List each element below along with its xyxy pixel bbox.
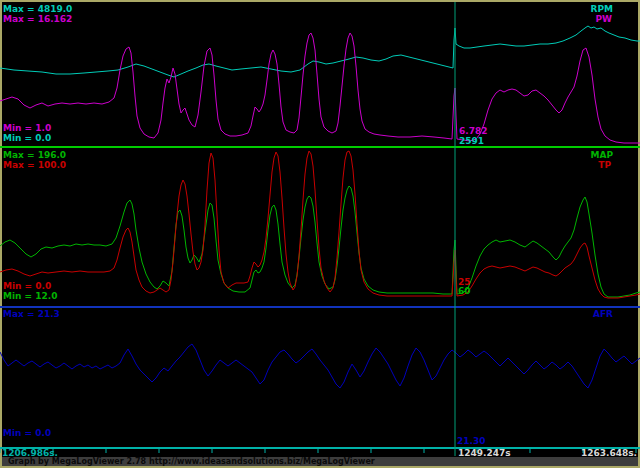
map-max-label: Max = 196.0 bbox=[3, 150, 66, 160]
afr-min-label: Min = 0.0 bbox=[3, 428, 51, 438]
map-cursor-value: 60 bbox=[458, 286, 471, 296]
pw-cursor-value: 6.782 bbox=[459, 126, 487, 136]
afr-cursor-value: 21.30 bbox=[457, 436, 485, 446]
rpm-max-label: Max = 4819.0 bbox=[3, 4, 72, 14]
pw-min-label: Min = 1.0 bbox=[3, 123, 51, 133]
plot-area[interactable] bbox=[0, 0, 640, 468]
rpm-min-label: Min = 0.0 bbox=[3, 133, 51, 143]
trace-afr bbox=[0, 344, 640, 388]
rpm-cursor-value: 2591 bbox=[459, 136, 484, 146]
pw-max-label: Max = 16.162 bbox=[3, 14, 72, 24]
tp-max-label: Max = 100.0 bbox=[3, 160, 66, 170]
trace-map bbox=[0, 186, 640, 297]
rpm-series-label: RPM bbox=[591, 4, 613, 14]
trace-pw bbox=[0, 33, 640, 143]
afr-series-label: AFR bbox=[593, 309, 613, 319]
tp-min-label: Min = 0.0 bbox=[3, 281, 51, 291]
afr-max-label: Max = 21.3 bbox=[3, 309, 60, 319]
pw-series-label: PW bbox=[595, 14, 612, 24]
map-series-label: MAP bbox=[590, 150, 613, 160]
footer-credit: Graph by MegaLogViewer 2.78 http://www.i… bbox=[2, 457, 638, 466]
megalogviewer-window: Max = 4819.0Max = 16.162Min = 1.0Min = 0… bbox=[0, 0, 640, 468]
tp-series-label: TP bbox=[598, 160, 611, 170]
trace-rpm bbox=[0, 26, 640, 77]
map-min-label: Min = 12.0 bbox=[3, 291, 57, 301]
trace-tp bbox=[0, 151, 640, 298]
